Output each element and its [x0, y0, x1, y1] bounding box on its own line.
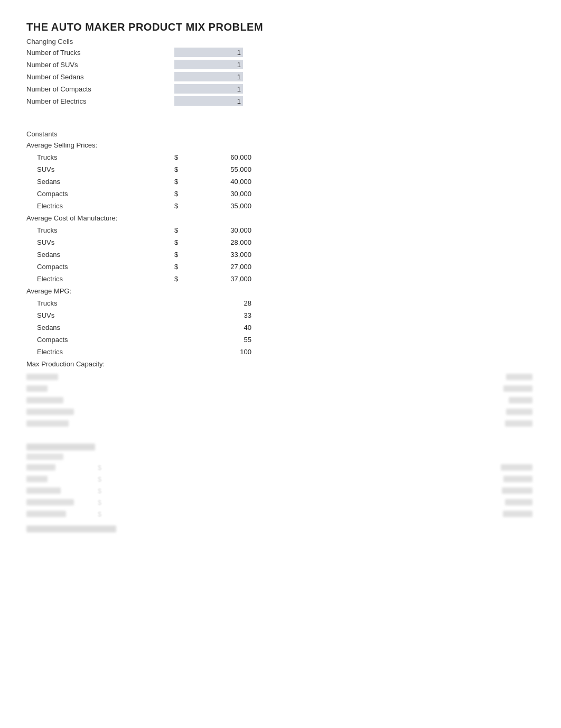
- blurred-label-4: [26, 409, 74, 415]
- blurred-result-label-5: [26, 511, 66, 517]
- blurred-result-label-2: [26, 476, 48, 482]
- mpg-trucks-value: 28: [174, 299, 254, 307]
- blurred-result-value-2: [503, 476, 532, 482]
- acm-trucks-row: Trucks $ 30,000: [26, 224, 535, 236]
- trucks-label: Number of Trucks: [26, 49, 174, 57]
- acm-electrics-dollar: $: [174, 275, 185, 283]
- blurred-sublabel-bar: [26, 454, 63, 460]
- asp-electrics-row: Electrics $ 35,000: [26, 200, 535, 211]
- mpg-suvs-label: SUVs: [26, 311, 174, 319]
- page-title: THE AUTO MAKER PRODUCT MIX PROBLEM: [26, 21, 535, 33]
- acm-electrics-value: 37,000: [185, 275, 254, 283]
- blurred-result-trucks: $: [26, 462, 535, 473]
- blurred-result-value-4: [505, 499, 532, 505]
- asp-trucks-value: 60,000: [185, 153, 254, 161]
- blurred-value-2: [503, 385, 532, 392]
- changing-row-compacts: Number of Compacts 1: [26, 83, 535, 95]
- blurred-result-value-1: [501, 464, 532, 471]
- blurred-result-label-4: [26, 499, 74, 505]
- asp-electrics-label: Electrics: [26, 202, 174, 210]
- asp-sedans-label: Sedans: [26, 178, 174, 186]
- asp-trucks-row: Trucks $ 60,000: [26, 151, 535, 163]
- asp-suvs-value: 55,000: [185, 165, 254, 173]
- blurred-row-1: [26, 372, 535, 382]
- acm-sedans-row: Sedans $ 33,000: [26, 248, 535, 260]
- sedans-input[interactable]: 1: [174, 72, 243, 81]
- blurred-result-sedans: $: [26, 485, 535, 496]
- asp-suvs-dollar: $: [174, 165, 185, 173]
- mpg-trucks-label: Trucks: [26, 299, 174, 307]
- avg-selling-prices-header: Average Selling Prices:: [26, 139, 535, 151]
- mpg-trucks-row: Trucks 28: [26, 297, 535, 309]
- changing-row-suvs: Number of SUVs 1: [26, 59, 535, 70]
- acm-compacts-dollar: $: [174, 263, 185, 271]
- blurred-heading: [26, 444, 535, 450]
- electrics-input[interactable]: 1: [174, 96, 243, 106]
- mpg-compacts-value: 55: [174, 336, 254, 344]
- blurred-footer: [26, 526, 535, 532]
- blurred-value-4: [506, 409, 532, 415]
- acm-trucks-label: Trucks: [26, 226, 174, 234]
- avg-mpg-label: Average MPG:: [26, 287, 174, 295]
- max-production-header: Max Production Capacity:: [26, 358, 535, 370]
- asp-trucks-dollar: $: [174, 153, 185, 161]
- mpg-sedans-row: Sedans 40: [26, 321, 535, 333]
- blurred-result-electrics: $: [26, 509, 535, 519]
- mpg-electrics-row: Electrics 100: [26, 346, 535, 357]
- constants-section: Constants Average Selling Prices: Trucks…: [26, 130, 535, 429]
- max-production-label: Max Production Capacity:: [26, 360, 174, 368]
- mpg-suvs-value: 33: [174, 311, 254, 319]
- blurred-label-3: [26, 397, 63, 403]
- blurred-row-2: [26, 383, 535, 394]
- asp-suvs-label: SUVs: [26, 165, 174, 173]
- constants-label: Constants: [26, 130, 535, 138]
- mpg-sedans-label: Sedans: [26, 324, 174, 331]
- asp-compacts-dollar: $: [174, 190, 185, 198]
- avg-selling-prices-label: Average Selling Prices:: [26, 141, 174, 149]
- acm-trucks-value: 30,000: [185, 226, 254, 234]
- mpg-electrics-label: Electrics: [26, 348, 174, 356]
- acm-electrics-label: Electrics: [26, 275, 174, 283]
- trucks-input[interactable]: 1: [174, 48, 243, 57]
- suvs-input[interactable]: 1: [174, 60, 243, 69]
- acm-trucks-dollar: $: [174, 226, 185, 234]
- acm-compacts-row: Compacts $ 27,000: [26, 261, 535, 272]
- acm-suvs-value: 28,000: [185, 238, 254, 246]
- changing-row-trucks: Number of Trucks 1: [26, 47, 535, 58]
- acm-sedans-value: 33,000: [185, 251, 254, 259]
- blurred-footer-bar: [26, 526, 116, 532]
- electrics-label: Number of Electrics: [26, 97, 174, 105]
- acm-sedans-dollar: $: [174, 251, 185, 259]
- blurred-result-label-1: [26, 464, 55, 471]
- blurred-result-label-3: [26, 487, 61, 494]
- changing-cells-label: Changing Cells: [26, 38, 535, 45]
- mpg-electrics-value: 100: [174, 348, 254, 356]
- blurred-production-rows: [26, 372, 535, 429]
- blurred-value-5: [505, 420, 532, 427]
- blurred-result-value-5: [503, 511, 532, 517]
- asp-electrics-value: 35,000: [185, 202, 254, 210]
- asp-suvs-row: SUVs $ 55,000: [26, 163, 535, 175]
- asp-sedans-dollar: $: [174, 178, 185, 186]
- avg-cost-label: Average Cost of Manufacture:: [26, 214, 174, 222]
- acm-sedans-label: Sedans: [26, 251, 174, 259]
- mpg-suvs-row: SUVs 33: [26, 309, 535, 321]
- blurred-section-bar: [26, 444, 95, 450]
- asp-compacts-value: 30,000: [185, 190, 254, 198]
- blurred-result-compacts: $: [26, 497, 535, 508]
- blurred-constraints-section: $ $ $ $ $: [26, 444, 535, 532]
- compacts-input[interactable]: 1: [174, 84, 243, 94]
- asp-sedans-row: Sedans $ 40,000: [26, 176, 535, 187]
- blurred-row-3: [26, 395, 535, 406]
- blurred-label-2: [26, 385, 48, 392]
- blurred-label-1: [26, 374, 58, 380]
- compacts-label: Number of Compacts: [26, 85, 174, 93]
- avg-cost-header: Average Cost of Manufacture:: [26, 212, 535, 224]
- blurred-row-5: [26, 418, 535, 429]
- changing-row-electrics: Number of Electrics 1: [26, 95, 535, 107]
- avg-mpg-header: Average MPG:: [26, 285, 535, 297]
- changing-cells-rows: Number of Trucks 1 Number of SUVs 1 Numb…: [26, 47, 535, 107]
- mpg-sedans-value: 40: [174, 324, 254, 331]
- asp-compacts-row: Compacts $ 30,000: [26, 188, 535, 199]
- asp-trucks-label: Trucks: [26, 153, 174, 161]
